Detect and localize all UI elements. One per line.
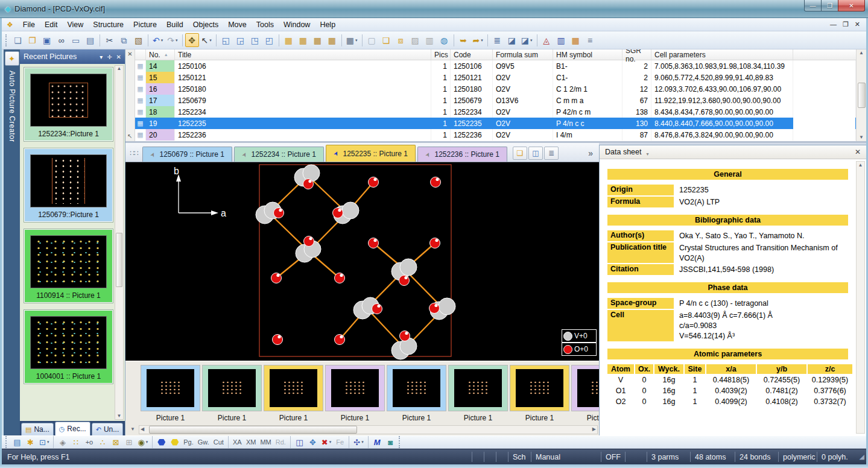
table-select-button[interactable]: ▦: [296, 33, 310, 47]
scrollbar-thumb[interactable]: [858, 83, 866, 108]
undo-button[interactable]: ↶: [151, 33, 165, 47]
oxygen-atom[interactable]: [333, 208, 343, 218]
chevron-down-icon[interactable]: ▾: [646, 151, 648, 157]
scroll-up-icon[interactable]: ▲: [117, 66, 122, 71]
print-preview-button[interactable]: ▭: [69, 33, 83, 47]
tab-overflow-button[interactable]: »: [588, 148, 595, 158]
menu-move[interactable]: Move: [223, 19, 252, 30]
close-button[interactable]: ✕: [838, 0, 865, 11]
sidebar-tab-rec[interactable]: ◷Rec...: [55, 422, 90, 435]
picture-strip-item[interactable]: Picture 1: [387, 365, 446, 424]
oxygen-atom[interactable]: [335, 335, 345, 345]
window-layout-button[interactable]: ◫: [528, 147, 543, 160]
vanadium-atom[interactable]: [400, 259, 417, 276]
fill-pattern-button[interactable]: ✣: [352, 437, 365, 448]
history-pane-button[interactable]: ◳: [248, 33, 262, 47]
minimize-button[interactable]: —: [804, 0, 822, 11]
blank-picture-button[interactable]: ▢: [365, 33, 379, 47]
data-sheet-header[interactable]: Data sheet ▾ ✕: [600, 145, 866, 159]
scroll-right-icon[interactable]: ▶: [592, 427, 596, 432]
paste-button[interactable]: ▧: [131, 33, 145, 47]
menu-objects[interactable]: Objects: [188, 19, 223, 30]
toolbar-options-button[interactable]: ≡: [583, 33, 597, 47]
picture-strip-item[interactable]: Picture 1: [325, 365, 385, 424]
vanadium-atom[interactable]: [303, 165, 320, 182]
copy-picture-button[interactable]: ⧈: [394, 33, 408, 47]
picture-list-button[interactable]: ≣: [544, 147, 559, 160]
sidebar-tab-na[interactable]: ▤Na...: [21, 423, 54, 435]
scroll-up-icon[interactable]: ▲: [859, 51, 864, 55]
structure-drawing[interactable]: ba: [125, 162, 599, 361]
recent-picture-item[interactable]: 1252234::Picture 1: [24, 68, 113, 141]
toolbar-grip[interactable]: [5, 436, 8, 448]
properties-pane-button[interactable]: ◲: [233, 33, 247, 47]
column-header-pics[interactable]: Pics: [431, 49, 451, 60]
xm-button[interactable]: XM: [244, 437, 258, 448]
table-row[interactable]: ▦16125018011250180O2VC 1 2/m 11212.093,3…: [135, 83, 856, 95]
picture-strip-item[interactable]: Picture 1: [141, 365, 200, 424]
chevron-down-icon[interactable]: ▾: [100, 54, 103, 60]
table-export-button[interactable]: ▦: [325, 33, 339, 47]
cell-edges-button[interactable]: ◫: [293, 437, 306, 448]
scroll-down-icon[interactable]: ▼: [117, 414, 122, 419]
oxygen-atom[interactable]: [430, 238, 440, 248]
cut-bonds-button[interactable]: Cut: [212, 437, 226, 448]
menu-view[interactable]: View: [62, 19, 88, 30]
menu-help[interactable]: Help: [315, 19, 340, 30]
recent-picture-item[interactable]: 1250679::Picture 1: [24, 148, 113, 222]
oxygen-atom[interactable]: [400, 331, 410, 341]
complete-fragment-button[interactable]: ∴: [96, 437, 109, 448]
split-view-button[interactable]: ◪: [505, 33, 519, 47]
oxygen-atom[interactable]: [274, 208, 284, 218]
add-atom-button[interactable]: +o: [83, 437, 95, 448]
oxygen-atom[interactable]: [304, 236, 314, 247]
sidebar-scrollbar[interactable]: ▲ ▼: [115, 65, 124, 420]
datasheet-pane-button[interactable]: ◰: [262, 33, 276, 47]
picture-strip-item[interactable]: Picture 1: [202, 365, 262, 424]
table-row[interactable]: ▦15125012111250121O2VC1-29.060,5.772,4.5…: [135, 72, 856, 83]
auto-picture-creator-icon[interactable]: ✦: [5, 51, 19, 66]
select-mode-button[interactable]: ↖: [200, 33, 214, 47]
report-button[interactable]: ≣: [490, 33, 504, 47]
coordination-sphere-button[interactable]: ◉: [136, 437, 150, 448]
menu-edit[interactable]: Edit: [40, 19, 63, 30]
toolbar-grip[interactable]: [5, 34, 8, 46]
polygon-yellow-button[interactable]: [168, 437, 181, 448]
picture-strip-item[interactable]: Picture 1: [571, 365, 599, 424]
column-header-sgrno[interactable]: SGR no.: [622, 49, 651, 60]
picture-wizard-button[interactable]: ✱: [24, 437, 37, 448]
mm-button[interactable]: MM: [258, 437, 273, 448]
open-file-button[interactable]: ❐: [25, 33, 39, 47]
rd-button[interactable]: Rd.: [274, 437, 288, 448]
build-molecules-button[interactable]: ∷: [69, 437, 82, 448]
data-table-button[interactable]: ▦: [569, 33, 583, 47]
column-header-formulasum[interactable]: Formula sum: [493, 49, 553, 60]
polygon-blue-button[interactable]: [155, 437, 168, 448]
recent-pictures-header[interactable]: Recent Pictures ▾ ✛ ✕: [20, 49, 125, 64]
picture-tab-1252236[interactable]: ➤1252236 :: Picture 1: [417, 147, 507, 162]
picture-tab-1250679[interactable]: ➤1250679 :: Picture 1: [142, 147, 232, 162]
measure-button[interactable]: M: [371, 437, 384, 448]
page-disabled-button[interactable]: ▥: [423, 33, 437, 47]
export-button[interactable]: ➦: [471, 33, 485, 47]
column-header-code[interactable]: Code: [451, 49, 493, 60]
oxygen-atom[interactable]: [369, 238, 379, 248]
menu-tools[interactable]: Tools: [252, 19, 279, 30]
column-header-no[interactable]: No.▲: [146, 49, 175, 60]
table-close-button[interactable]: ✕: [127, 51, 132, 57]
powder-pattern-button[interactable]: ◬: [540, 33, 554, 47]
close-icon[interactable]: ✕: [116, 54, 121, 60]
column-header-hmsymbol[interactable]: HM symbol: [553, 49, 622, 60]
sidebar-tab-un[interactable]: ↶Un...: [92, 423, 124, 435]
tab-list-button[interactable]: ∷∷: [127, 147, 141, 160]
scroll-left-icon[interactable]: ◀: [141, 427, 144, 432]
table-row[interactable]: ▦20125223611252236O2VI 4/m878.476,8.476,…: [135, 129, 856, 141]
toolbar-grip[interactable]: [399, 436, 401, 448]
pg-button[interactable]: Pg.: [182, 437, 195, 448]
table-row[interactable]: ▦14125010611250106O9V5B1-27.005,8.363,10…: [135, 60, 856, 72]
copy-button[interactable]: ⧉: [117, 33, 131, 47]
menu-window[interactable]: Window: [279, 19, 315, 30]
recent-picture-item[interactable]: 1100914 :: Picture 1: [24, 229, 113, 303]
picture-tab-1252234[interactable]: ➤1252234 :: Picture 1: [234, 147, 324, 162]
xa-button[interactable]: XA: [231, 437, 244, 448]
